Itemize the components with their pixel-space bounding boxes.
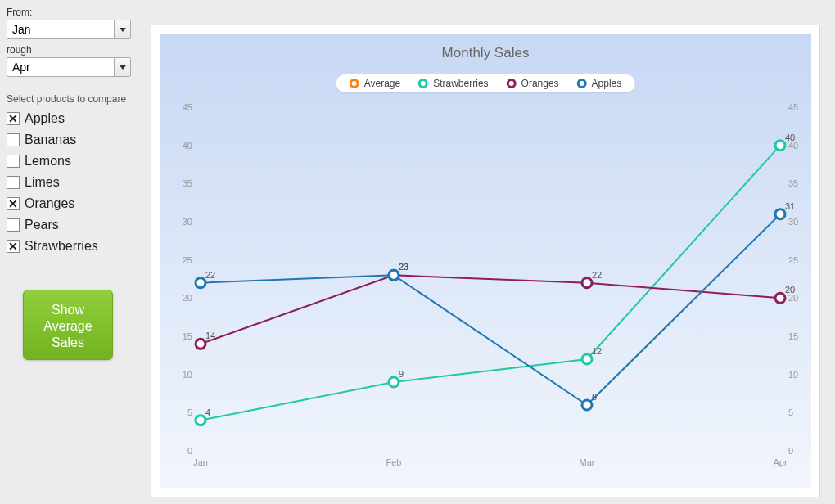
data-point[interactable]: [775, 293, 785, 303]
data-point[interactable]: [582, 278, 592, 288]
data-point[interactable]: [582, 400, 592, 410]
y-tick-label-right: 5: [788, 407, 793, 417]
product-item-lemons[interactable]: Lemons: [7, 151, 147, 172]
data-label: 20: [785, 285, 795, 295]
checkbox-icon[interactable]: ✕: [7, 197, 20, 210]
product-label: Pears: [25, 218, 59, 232]
y-tick-label: 35: [183, 178, 192, 188]
x-tick-label: Jan: [193, 457, 208, 467]
series-line-strawberries: [201, 146, 780, 421]
from-select[interactable]: Jan: [7, 20, 131, 39]
y-tick-label: 10: [183, 370, 192, 380]
data-label: 22: [205, 270, 215, 280]
data-point[interactable]: [389, 270, 399, 280]
product-label: Lemons: [25, 154, 71, 169]
checkbox-icon[interactable]: ✕: [7, 240, 20, 253]
series-line-oranges: [201, 275, 780, 344]
from-value: Jan: [12, 23, 31, 36]
checkbox-icon[interactable]: [7, 218, 20, 232]
y-tick-label: 0: [187, 446, 192, 456]
data-label: 22: [592, 270, 602, 280]
product-label: Bananas: [25, 133, 76, 147]
data-point[interactable]: [775, 141, 785, 151]
checkbox-icon[interactable]: ✕: [7, 112, 20, 125]
y-tick-label-right: 45: [788, 102, 798, 112]
y-tick-label: 45: [183, 102, 192, 112]
from-label: From:: [7, 7, 147, 18]
chart-card: Monthly Sales AverageStrawberriesOranges…: [151, 25, 820, 497]
y-tick-label: 5: [187, 407, 192, 417]
x-tick-label: Mar: [580, 457, 595, 467]
y-tick-label: 25: [183, 255, 192, 265]
data-point[interactable]: [389, 377, 399, 387]
data-label: 12: [592, 346, 602, 356]
data-label: 6: [592, 392, 597, 402]
data-label: 14: [205, 331, 215, 340]
y-tick-label-right: 25: [788, 255, 798, 265]
data-point[interactable]: [196, 339, 205, 349]
button-label: ShowAverageSales: [43, 303, 92, 349]
show-average-sales-button[interactable]: ShowAverageSales: [23, 290, 113, 360]
y-tick-label: 20: [183, 293, 192, 303]
chart-plot: 005510101515202025253030353540404545JanF…: [151, 25, 821, 498]
data-point[interactable]: [775, 209, 785, 219]
products-list: ✕ApplesBananasLemonsLimes✕OrangesPears✕S…: [7, 108, 147, 257]
x-tick-label: Feb: [386, 457, 402, 467]
y-tick-label-right: 15: [788, 331, 798, 341]
data-label: 31: [785, 201, 795, 211]
x-tick-label: Apr: [773, 457, 787, 467]
y-tick-label-right: 10: [788, 370, 798, 380]
product-label: Oranges: [25, 196, 74, 211]
data-label: 40: [785, 133, 795, 142]
product-item-apples[interactable]: ✕Apples: [7, 108, 147, 129]
data-label: 23: [399, 262, 408, 272]
y-tick-label-right: 30: [788, 217, 798, 227]
product-item-strawberries[interactable]: ✕Strawberries: [7, 236, 147, 257]
product-item-bananas[interactable]: Bananas: [7, 129, 147, 151]
product-label: Apples: [25, 111, 65, 126]
through-label: rough: [7, 44, 147, 56]
data-point[interactable]: [196, 278, 205, 288]
product-label: Strawberries: [25, 239, 98, 254]
through-select[interactable]: Apr: [7, 57, 131, 77]
sidebar: From: Jan rough Apr Select products to c…: [0, 0, 147, 360]
data-point[interactable]: [196, 416, 205, 425]
checkbox-icon[interactable]: [7, 155, 20, 168]
y-tick-label: 15: [183, 331, 192, 341]
checkbox-icon[interactable]: [7, 133, 20, 146]
product-item-pears[interactable]: Pears: [7, 214, 147, 236]
y-tick-label: 30: [183, 217, 192, 227]
product-item-limes[interactable]: Limes: [7, 172, 147, 193]
product-label: Limes: [25, 175, 60, 190]
y-tick-label: 40: [183, 141, 192, 151]
data-label: 4: [205, 407, 210, 417]
data-label: 9: [399, 369, 404, 379]
y-tick-label-right: 35: [788, 178, 798, 188]
chevron-down-icon: [114, 58, 130, 76]
product-item-oranges[interactable]: ✕Oranges: [7, 193, 147, 214]
checkbox-icon[interactable]: [7, 176, 20, 189]
through-value: Apr: [12, 61, 30, 74]
chevron-down-icon: [114, 20, 130, 38]
data-point[interactable]: [582, 354, 592, 364]
y-tick-label-right: 0: [788, 446, 793, 456]
products-label: Select products to compare: [7, 93, 147, 105]
